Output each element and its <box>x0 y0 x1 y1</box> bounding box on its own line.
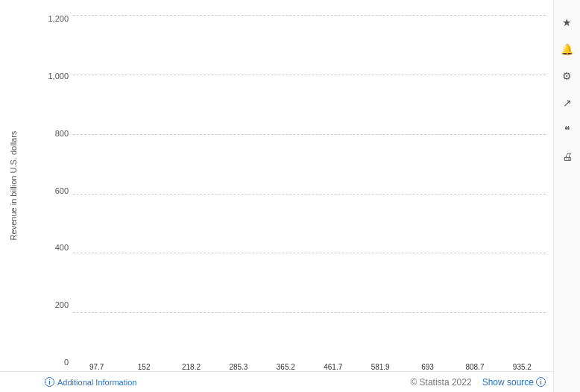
chart-inner: 97.7152218.2285.3365.2461.7581.9693808.7… <box>73 15 546 385</box>
bar-value-label: 97.7 <box>89 363 104 371</box>
y-tick: 0 <box>64 358 69 367</box>
y-tick: 400 <box>55 244 69 252</box>
show-source-link[interactable]: Show source i <box>482 377 546 388</box>
star-icon[interactable]: ★ <box>557 12 578 33</box>
additional-info-label[interactable]: Additional Information <box>57 378 136 387</box>
chart-wrapper: 02004006008001,0001,200 97.7152218.2285.… <box>45 15 546 385</box>
y-tick: 800 <box>55 130 69 138</box>
share-icon[interactable]: ↗ <box>557 92 578 113</box>
gear-icon[interactable]: ⚙ <box>557 66 578 86</box>
chart-area: 02004006008001,0001,200 97.7152218.2285.… <box>0 0 553 392</box>
copyright-text: © Statista 2022 <box>410 377 471 388</box>
print-icon[interactable]: 🖨 <box>557 146 578 167</box>
y-tick: 600 <box>55 187 69 195</box>
bell-icon[interactable]: 🔔 <box>557 39 578 60</box>
source-info-icon: i <box>536 377 546 387</box>
sidebar: ★🔔⚙↗❝🖨 <box>553 0 580 392</box>
additional-info-link[interactable]: i Additional Information <box>45 377 136 387</box>
info-icon: i <box>45 377 54 387</box>
bar-value-label: 581.9 <box>371 363 390 371</box>
show-source-label[interactable]: Show source <box>482 377 534 388</box>
footer-right: © Statista 2022 Show source i <box>410 377 546 388</box>
y-axis: 02004006008001,0001,200 <box>45 15 73 385</box>
bars-row: 97.7152218.2285.3365.2461.7581.9693808.7… <box>73 15 546 373</box>
bar-value-label: 218.2 <box>182 363 201 371</box>
bar-value-label: 693 <box>421 363 434 371</box>
quote-icon[interactable]: ❝ <box>557 119 578 140</box>
y-axis-label-wrapper: Revenue in billion U.S. dollars <box>6 0 21 371</box>
footer: i Additional Information © Statista 2022… <box>0 371 553 392</box>
bar-value-label: 365.2 <box>277 363 295 371</box>
bar-value-label: 808.7 <box>465 363 484 371</box>
bar-value-label: 285.3 <box>229 363 248 371</box>
grid-and-bars: 97.7152218.2285.3365.2461.7581.9693808.7… <box>73 15 546 373</box>
bar-value-label: 152 <box>138 363 151 371</box>
main-container: Revenue in billion U.S. dollars 02004006… <box>0 0 580 392</box>
bar-value-label: 935.2 <box>513 363 532 371</box>
bar-value-label: 461.7 <box>324 363 342 371</box>
y-tick: 1,000 <box>48 72 69 80</box>
y-axis-label: Revenue in billion U.S. dollars <box>9 131 18 241</box>
y-tick: 200 <box>55 301 69 309</box>
y-tick: 1,200 <box>48 15 69 23</box>
